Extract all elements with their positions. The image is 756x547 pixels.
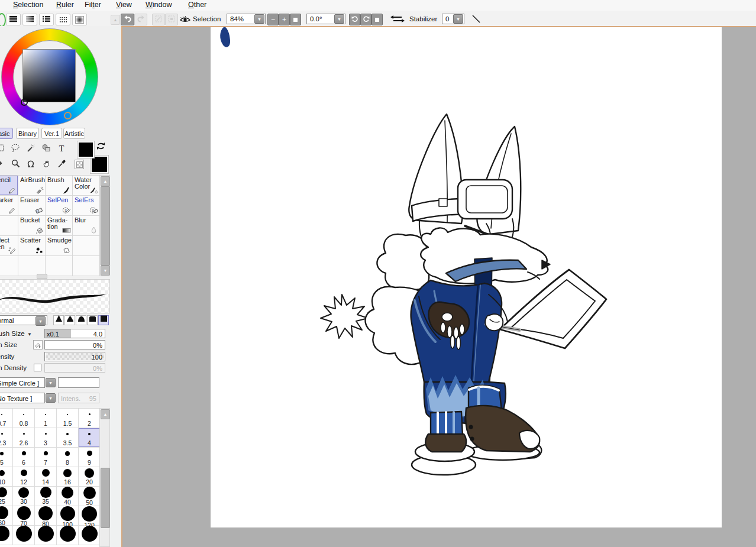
transparency-icon[interactable] xyxy=(75,160,84,169)
menu-selection[interactable]: Selection xyxy=(13,1,43,9)
sv-marker-icon[interactable] xyxy=(21,99,28,106)
tool-grid-scrollbar[interactable]: ▲ ▼ xyxy=(99,175,110,276)
size-cell-2-3[interactable]: 2.3 xyxy=(0,428,13,448)
shape-move-tool[interactable] xyxy=(39,142,53,156)
tool-empty-cell[interactable] xyxy=(0,256,18,276)
canvas-viewport[interactable] xyxy=(121,26,756,547)
size-cell-10[interactable]: 10 xyxy=(0,467,13,487)
size-cell[interactable] xyxy=(13,526,35,545)
tool-empty-cell[interactable] xyxy=(18,256,46,276)
menu-ruler[interactable]: Ruler xyxy=(56,1,74,9)
size-cell-9[interactable]: 9 xyxy=(79,448,100,467)
pressure-icon[interactable] xyxy=(33,340,43,349)
zoom-select[interactable]: 84% ▼ xyxy=(227,14,266,24)
soft-bars-button[interactable] xyxy=(22,14,37,25)
size-cell-60[interactable]: 60 xyxy=(0,506,13,526)
chevron-down-icon[interactable]: ▼ xyxy=(35,316,46,326)
tab-ver-1[interactable]: Ver.1 xyxy=(41,128,62,139)
swap-colors-icon[interactable] xyxy=(96,141,106,153)
texture-select[interactable]: [ No Texture ] xyxy=(0,393,45,403)
hue-marker-icon[interactable] xyxy=(64,112,72,119)
min-density-checkbox[interactable] xyxy=(34,364,41,371)
size-unit-caret-icon[interactable]: ▼ xyxy=(27,332,32,337)
panel-divider-handle[interactable] xyxy=(37,274,47,279)
zoom-out-button[interactable]: − xyxy=(267,14,279,25)
size-cell-20[interactable]: 20 xyxy=(79,467,100,487)
size-cell[interactable] xyxy=(0,526,13,545)
menu-other[interactable]: Other xyxy=(188,1,206,9)
size-cell-3-5[interactable]: 3.5 xyxy=(57,428,79,448)
tool-smudge[interactable]: Smudge xyxy=(46,236,73,256)
size-cell[interactable] xyxy=(35,526,57,545)
size-cell-120[interactable]: 120 xyxy=(79,506,100,526)
size-cell-14[interactable]: 14 xyxy=(35,467,57,487)
tool-empty-cell[interactable] xyxy=(73,256,100,276)
size-cell-7[interactable]: 7 xyxy=(35,448,57,467)
tool-empty-cell[interactable] xyxy=(73,236,100,256)
size-cell-4[interactable]: 4 xyxy=(79,428,100,448)
tool-bucket[interactable]: Bucket xyxy=(18,216,46,236)
min-size-field[interactable]: 0% xyxy=(44,340,105,349)
size-scale-segment[interactable]: x0.1 xyxy=(45,329,71,338)
redo-button[interactable] xyxy=(134,14,147,25)
size-cell-40[interactable]: 40 xyxy=(57,487,79,506)
foreground-color-swatch[interactable] xyxy=(77,141,95,158)
sharp-tip-button[interactable] xyxy=(53,315,64,325)
dome-tip-button[interactable] xyxy=(76,315,86,325)
size-cell[interactable] xyxy=(57,526,79,545)
rotate-reset-button[interactable] xyxy=(371,14,383,25)
size-cell-80[interactable]: 80 xyxy=(35,506,57,526)
size-cell-2-6[interactable]: 2.6 xyxy=(13,428,35,448)
tool-selpen[interactable]: SelPenS xyxy=(46,196,73,216)
zoom-reset-button[interactable] xyxy=(290,14,301,25)
saturation-value-picker[interactable] xyxy=(22,49,76,102)
flip-horizontal-icon[interactable] xyxy=(390,15,405,25)
tool-empty-cell[interactable] xyxy=(46,256,73,276)
angle-select[interactable]: 0.0° ▼ xyxy=(306,14,345,24)
rotate-cw-button[interactable] xyxy=(360,14,371,25)
size-cell-100[interactable]: 100 xyxy=(57,506,79,526)
move-arrow-tool[interactable] xyxy=(0,157,7,171)
tool-selers[interactable]: SelErsS xyxy=(73,196,100,216)
size-cell-30[interactable]: 30 xyxy=(13,487,35,506)
bars-button[interactable] xyxy=(6,14,21,25)
text-tool[interactable]: T xyxy=(54,142,69,156)
size-cell-1-5[interactable]: 1.5 xyxy=(57,409,79,428)
size-cell-1[interactable]: 1 xyxy=(35,409,57,428)
eyedropper-tool[interactable] xyxy=(54,157,69,171)
brush-size-field[interactable]: x0.1 4.0 xyxy=(44,329,105,338)
size-cell-2[interactable]: 2 xyxy=(79,409,100,428)
tool-effect-pen[interactable]: Effect Pen xyxy=(0,236,18,256)
size-cell-25[interactable]: 25 xyxy=(0,487,13,506)
chevron-down-icon[interactable]: ▼ xyxy=(254,14,264,24)
shape-param-field[interactable] xyxy=(58,377,99,388)
size-cell-12[interactable]: 12 xyxy=(13,467,35,487)
menu-window[interactable]: Window xyxy=(146,1,172,9)
chevron-down-icon[interactable]: ▼ xyxy=(46,393,56,403)
size-cell-5[interactable]: 5 xyxy=(0,448,13,467)
panel-scroll-up-button[interactable]: ▲ xyxy=(111,15,120,25)
tab-binary[interactable]: Binary xyxy=(16,128,39,139)
brush-shape-select[interactable]: [ Simple Circle ] xyxy=(0,377,45,388)
scroll-down-button[interactable]: ▼ xyxy=(101,266,110,276)
size-cell-6[interactable]: 6 xyxy=(13,448,35,467)
deselect-button[interactable] xyxy=(152,14,165,25)
hand-tool[interactable] xyxy=(39,157,53,171)
soft-dot-button[interactable] xyxy=(72,14,87,25)
chevron-down-icon[interactable]: ▼ xyxy=(46,378,56,387)
size-cell-70[interactable]: 70 xyxy=(13,506,35,526)
round-tip-button[interactable] xyxy=(64,315,75,325)
zoom-tool[interactable] xyxy=(8,157,22,171)
stabilizer-select[interactable]: 0 ▼ xyxy=(442,14,464,24)
scrollbar-thumb[interactable] xyxy=(101,186,110,266)
tab-basic[interactable]: Basic xyxy=(0,128,13,139)
size-cell-50[interactable]: 50 xyxy=(79,487,100,506)
scroll-up-button[interactable]: ▲ xyxy=(101,409,110,419)
tool-airbrush[interactable]: AirBrush xyxy=(18,176,46,196)
magic-wand-tool[interactable] xyxy=(24,142,38,156)
undo-button[interactable] xyxy=(121,14,134,25)
size-cell-0-7[interactable]: 0.7 xyxy=(0,409,13,428)
blend-mode-select[interactable]: Normal ▼ xyxy=(0,315,47,325)
menu-view[interactable]: View xyxy=(116,1,132,9)
size-cell-35[interactable]: 35 xyxy=(35,487,57,506)
